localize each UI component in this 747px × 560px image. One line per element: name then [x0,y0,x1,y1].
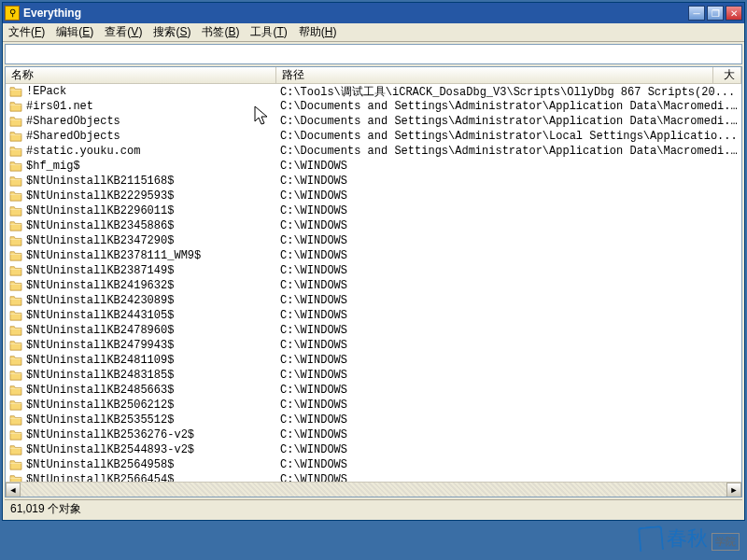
folder-icon [9,265,22,276]
file-name: !EPack [26,85,66,98]
folder-icon [9,116,22,127]
table-row[interactable]: $NtUninstallKB2536276-v2$C:\WINDOWS [6,427,741,442]
table-row[interactable]: $NtUninstallKB2443105$C:\WINDOWS [6,308,741,323]
file-path: C:\WINDOWS [280,458,347,471]
watermark: 春秋 学院 [639,525,740,553]
file-path: C:\WINDOWS [280,160,347,173]
table-row[interactable]: $NtUninstallKB2544893-v2$C:\WINDOWS [6,442,741,457]
scroll-left-arrow-icon[interactable]: ◄ [6,483,21,497]
table-row[interactable]: $NtUninstallKB2481109$C:\WINDOWS [6,353,741,368]
watermark-sub: 学院 [712,533,740,551]
folder-icon [9,459,22,470]
table-row[interactable]: $NtUninstallKB2423089$C:\WINDOWS [6,293,741,308]
folder-icon [9,429,22,441]
file-name: $NtUninstallKB2536276-v2$ [26,428,194,441]
table-row[interactable]: $NtUninstallKB2115168$C:\WINDOWS [6,174,741,189]
file-path: C:\WINDOWS [280,279,347,292]
column-header-size[interactable]: 大 [713,67,741,83]
scroll-right-arrow-icon[interactable]: ► [726,483,741,497]
folder-icon [9,370,22,381]
file-name: $NtUninstallKB2544893-v2$ [26,443,194,456]
menu-item-v[interactable]: 查看(V) [99,23,148,41]
menu-label: 文件(F) [8,24,45,40]
table-row[interactable]: $NtUninstallKB2564958$C:\WINDOWS [6,457,741,472]
table-row[interactable]: $NtUninstallKB2506212$C:\WINDOWS [6,398,741,413]
search-input[interactable] [5,44,742,64]
maximize-button[interactable]: ❐ [707,6,724,21]
file-name: #irs01.net [26,100,93,113]
table-row[interactable]: $NtUninstallKB2483185$C:\WINDOWS [6,368,741,383]
file-path: C:\WINDOWS [280,324,347,337]
folder-icon [9,250,22,261]
file-path: C:\WINDOWS [280,309,347,322]
folder-icon [9,161,22,172]
titlebar[interactable]: ⚲ Everything ─ ❐ ✕ [3,3,744,23]
file-listview[interactable]: 名称 路径 大 !EPackC:\Tools\调试工具\iCRACK_DosaD… [5,66,742,497]
file-name: $NtUninstallKB2423089$ [26,294,174,307]
close-button[interactable]: ✕ [726,6,742,21]
menu-label: 查看(V) [105,24,142,40]
file-name: $NtUninstallKB2347290$ [26,234,174,247]
file-path: C:\Documents and Settings\Administrator\… [280,130,738,143]
file-name: #SharedObjects [26,115,120,128]
file-path: C:\WINDOWS [280,428,347,441]
folder-icon [9,101,22,112]
table-row[interactable]: $NtUninstallKB2535512$C:\WINDOWS [6,413,741,427]
folder-icon [9,220,22,231]
folder-icon [9,474,22,482]
menubar: 文件(F)编辑(E)查看(V)搜索(S)书签(B)工具(T)帮助(H) [3,23,744,42]
menu-item-b[interactable]: 书签(B) [196,23,245,41]
menu-item-h[interactable]: 帮助(H) [293,23,343,41]
file-path: C:\WINDOWS [280,294,347,307]
table-row[interactable]: !EPackC:\Tools\调试工具\iCRACK_DosaDbg_V3\Sc… [6,84,741,99]
menu-item-s[interactable]: 搜索(S) [148,23,196,41]
table-row[interactable]: $NtUninstallKB2479943$C:\WINDOWS [6,338,741,353]
menu-label: 搜索(S) [153,24,190,40]
table-row[interactable]: #SharedObjectsC:\Documents and Settings\… [6,114,741,129]
file-name: $NtUninstallKB2387149$ [26,264,174,277]
app-window: ⚲ Everything ─ ❐ ✕ 文件(F)编辑(E)查看(V)搜索(S)书… [2,2,745,521]
menu-item-f[interactable]: 文件(F) [3,23,50,41]
minimize-button[interactable]: ─ [688,6,705,21]
file-name: #SharedObjects [26,130,120,143]
table-row[interactable]: $NtUninstallKB2387149$C:\WINDOWS [6,263,741,278]
file-path: C:\WINDOWS [280,175,347,188]
window-title: Everything [23,7,688,20]
column-header-name[interactable]: 名称 [6,67,276,83]
folder-icon [9,175,22,187]
table-row[interactable]: $hf_mig$C:\WINDOWS [6,159,741,174]
column-header-path[interactable]: 路径 [276,67,713,83]
menu-item-t[interactable]: 工具(T) [245,23,292,41]
table-row[interactable]: $NtUninstallKB2485663$C:\WINDOWS [6,383,741,398]
table-row[interactable]: $NtUninstallKB2478960$C:\WINDOWS [6,323,741,338]
scroll-track[interactable] [21,483,726,497]
app-icon: ⚲ [5,6,20,21]
table-row[interactable]: #static.youku.comC:\Documents and Settin… [6,144,741,159]
file-name: $NtUninstallKB2481109$ [26,354,174,367]
file-path: C:\WINDOWS [280,264,347,277]
table-row[interactable]: $NtUninstallKB2566454$C:\WINDOWS [6,472,741,482]
folder-icon [9,340,22,351]
table-row[interactable]: #irs01.netC:\Documents and Settings\Admi… [6,99,741,114]
table-row[interactable]: $NtUninstallKB2419632$C:\WINDOWS [6,278,741,293]
column-headers: 名称 路径 大 [6,67,741,84]
folder-icon [9,86,22,97]
table-row[interactable]: $NtUninstallKB2347290$C:\WINDOWS [6,233,741,248]
file-name: $NtUninstallKB2345886$ [26,219,174,232]
horizontal-scrollbar[interactable]: ◄ ► [6,482,741,497]
file-path: C:\WINDOWS [280,189,347,203]
file-name: $NtUninstallKB2229593$ [26,189,174,203]
folder-icon [9,205,22,217]
file-path: C:\Tools\调试工具\iCRACK_DosaDbg_V3\Scripts\… [280,86,735,99]
file-path: C:\WINDOWS [280,443,347,456]
file-path: C:\WINDOWS [280,354,347,367]
menu-item-e[interactable]: 编辑(E) [50,23,99,41]
table-row[interactable]: #SharedObjectsC:\Documents and Settings\… [6,129,741,144]
file-name: $NtUninstallKB2506212$ [26,399,174,412]
folder-icon [9,146,22,157]
table-row[interactable]: $NtUninstallKB2378111_WM9$C:\WINDOWS [6,248,741,263]
table-row[interactable]: $NtUninstallKB2229593$C:\WINDOWS [6,189,741,203]
table-row[interactable]: $NtUninstallKB2296011$C:\WINDOWS [6,203,741,218]
file-path: C:\Documents and Settings\Administrator\… [280,145,741,158]
table-row[interactable]: $NtUninstallKB2345886$C:\WINDOWS [6,218,741,233]
